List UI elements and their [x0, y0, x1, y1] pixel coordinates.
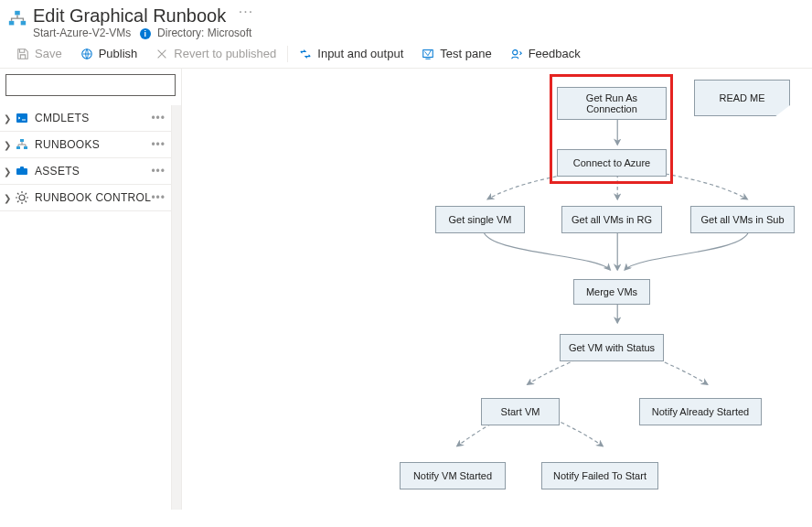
publish-icon [80, 48, 93, 60]
sidebar-item-runbook-control[interactable]: ❯ RUNBOOK CONTROL ••• [0, 185, 171, 211]
sidebar-more-button[interactable]: ••• [151, 112, 166, 124]
node-label: Merge VMs [586, 286, 637, 297]
node-label: Get Run As Connection [563, 92, 660, 114]
node-notify-vm-started[interactable]: Notify VM Started [400, 462, 506, 489]
io-label: Input and output [317, 47, 403, 60]
header-more-button[interactable]: ··· [239, 4, 253, 20]
sidebar-more-button[interactable]: ••• [151, 165, 166, 177]
svg-rect-10 [16, 168, 27, 175]
publish-button[interactable]: Publish [71, 45, 147, 62]
node-label: Notify Failed To Start [553, 470, 646, 481]
sidebar-item-label: CMDLETS [35, 112, 151, 124]
node-readme[interactable]: READ ME [694, 80, 790, 116]
node-label: Notify VM Started [413, 470, 492, 481]
node-get-single-vm[interactable]: Get single VM [435, 206, 525, 233]
node-get-all-vms-sub[interactable]: Get all VMs in Sub [690, 206, 795, 233]
node-start-vm[interactable]: Start VM [481, 398, 560, 425]
sidebar-item-cmdlets[interactable]: ❯ CMDLETS ••• [0, 105, 171, 132]
svg-rect-0 [15, 11, 20, 16]
node-label: READ ME [719, 92, 764, 103]
input-output-button[interactable]: Input and output [290, 45, 412, 62]
revert-icon [155, 48, 168, 60]
test-pane-label: Test pane [440, 47, 491, 60]
chevron-right-icon: ❯ [4, 167, 11, 177]
node-get-run-as-connection[interactable]: Get Run As Connection [557, 87, 667, 120]
page-title: Edit Graphical Runbook [33, 5, 226, 26]
svg-rect-6 [16, 113, 27, 123]
svg-rect-7 [20, 139, 24, 142]
svg-rect-2 [21, 21, 26, 26]
node-get-vm-with-status[interactable]: Get VM with Status [560, 334, 664, 361]
toolbar: Save Publish Revert to published Input a… [0, 39, 812, 69]
chevron-right-icon: ❯ [4, 140, 11, 150]
save-label: Save [35, 47, 62, 60]
node-label: Get single VM [448, 214, 511, 225]
node-label: Start VM [501, 406, 540, 417]
runbook-tree-icon [7, 9, 27, 29]
revert-label: Revert to published [174, 47, 276, 60]
chevron-right-icon: ❯ [4, 113, 11, 124]
node-label: Get VM with Status [569, 342, 655, 353]
sidebar-scrollbar[interactable] [171, 105, 181, 510]
io-icon [299, 48, 312, 60]
sidebar-item-label: RUNBOOK CONTROL [35, 191, 151, 204]
sidebar-more-button[interactable]: ••• [151, 138, 166, 151]
node-label: Get all VMs in Sub [700, 214, 784, 225]
sidebar-item-runbooks[interactable]: ❯ RUNBOOKS ••• [0, 132, 171, 158]
save-button[interactable]: Save [7, 45, 71, 62]
node-label: Notify Already Started [652, 406, 749, 417]
svg-point-12 [19, 195, 25, 200]
revert-button[interactable]: Revert to published [146, 45, 285, 62]
test-pane-icon [422, 48, 434, 60]
feedback-button[interactable]: Feedback [501, 45, 590, 62]
svg-point-5 [512, 49, 517, 54]
info-icon[interactable]: i [140, 28, 151, 39]
runbook-control-icon [15, 190, 29, 205]
test-pane-button[interactable]: Test pane [412, 45, 500, 62]
directory-label: Directory: [157, 27, 204, 39]
publish-label: Publish [99, 47, 138, 60]
runbooks-icon [15, 137, 29, 152]
node-merge-vms[interactable]: Merge VMs [573, 279, 650, 305]
feedback-label: Feedback [529, 47, 581, 60]
toolbar-divider [287, 46, 288, 62]
directory-value: Microsoft [208, 27, 252, 39]
assets-icon [15, 164, 29, 178]
search-input[interactable] [5, 74, 176, 96]
runbook-name: Start-Azure-V2-VMs [33, 27, 131, 39]
svg-rect-9 [24, 146, 27, 149]
sidebar-item-assets[interactable]: ❯ ASSETS ••• [0, 158, 171, 185]
save-icon [16, 48, 29, 60]
runbook-canvas[interactable]: Get Run As Connection READ ME Connect to… [182, 69, 812, 510]
node-label: Get all VMs in RG [572, 214, 652, 225]
node-label: Connect to Azure [573, 157, 650, 168]
node-get-all-vms-rg[interactable]: Get all VMs in RG [561, 206, 662, 233]
node-notify-already-started[interactable]: Notify Already Started [639, 398, 762, 425]
cmdlets-icon [15, 111, 29, 125]
svg-rect-8 [16, 146, 20, 149]
feedback-icon [510, 48, 523, 60]
sidebar-item-label: RUNBOOKS [35, 138, 151, 151]
sidebar: ❯ CMDLETS ••• ❯ RUNBOOKS ••• ❯ [0, 69, 182, 510]
chevron-right-icon: ❯ [4, 193, 11, 203]
svg-rect-1 [9, 21, 15, 26]
node-connect-to-azure[interactable]: Connect to Azure [557, 149, 667, 177]
sidebar-more-button[interactable]: ••• [151, 191, 166, 204]
sidebar-item-label: ASSETS [35, 165, 151, 177]
node-notify-failed-to-start[interactable]: Notify Failed To Start [541, 462, 658, 489]
svg-rect-11 [20, 167, 24, 169]
